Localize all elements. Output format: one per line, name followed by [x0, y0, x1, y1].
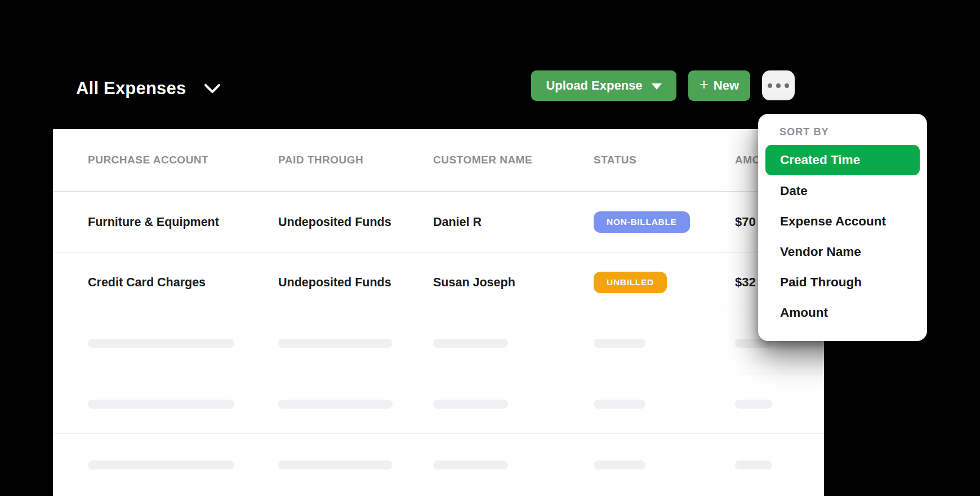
skeleton-bar	[433, 400, 508, 409]
skeleton-bar	[88, 400, 234, 409]
column-header-status: STATUS	[594, 154, 735, 166]
status-badge: UNBILLED	[594, 272, 667, 293]
sort-option-paid-through[interactable]: Paid Through	[765, 267, 920, 298]
customer-name-cell: Susan Joseph	[433, 276, 594, 290]
expenses-view-selector[interactable]: All Expenses	[76, 77, 221, 100]
skeleton-bar	[433, 460, 508, 470]
expenses-table: PURCHASE ACCOUNT PAID THROUGH CUSTOMER N…	[53, 129, 824, 496]
customer-name-cell: Daniel R	[433, 215, 594, 229]
table-row-loading	[53, 374, 824, 434]
status-badge: NON-BILLABLE	[594, 211, 690, 233]
new-button-label: New	[714, 78, 739, 93]
new-expense-button[interactable]: + New	[688, 70, 750, 101]
skeleton-bar	[278, 400, 393, 409]
skeleton-bar	[735, 460, 772, 470]
purchase-account-cell: Furniture & Equipment	[88, 215, 278, 229]
skeleton-bar	[433, 339, 508, 348]
paid-through-cell: Undeposited Funds	[278, 215, 433, 229]
page-title: All Expenses	[76, 78, 186, 99]
upload-expense-label: Upload Expense	[546, 78, 642, 93]
table-row-loading	[53, 434, 824, 496]
skeleton-bar	[88, 460, 234, 470]
skeleton-bar	[278, 460, 393, 470]
sort-menu: SORT BY Created Time Date Expense Accoun…	[758, 114, 927, 341]
skeleton-bar	[278, 339, 393, 348]
table-header-row: PURCHASE ACCOUNT PAID THROUGH CUSTOMER N…	[53, 129, 824, 192]
sort-option-created-time[interactable]: Created Time	[765, 145, 920, 175]
skeleton-bar	[88, 339, 234, 348]
status-cell: UNBILLED	[594, 272, 735, 293]
sort-option-vendor-name[interactable]: Vendor Name	[765, 237, 920, 267]
sort-menu-title: SORT BY	[779, 123, 920, 141]
sort-option-amount[interactable]: Amount	[765, 298, 920, 328]
table-row-loading	[53, 312, 824, 374]
plus-icon: +	[700, 77, 709, 92]
upload-expense-button[interactable]: Upload Expense	[531, 70, 676, 101]
ellipsis-icon	[768, 83, 789, 88]
column-header-customer-name: CUSTOMER NAME	[433, 154, 594, 166]
purchase-account-cell: Credit Card Charges	[88, 276, 278, 290]
more-options-button[interactable]	[762, 70, 795, 100]
skeleton-bar	[735, 400, 772, 409]
sort-option-expense-account[interactable]: Expense Account	[765, 206, 920, 237]
skeleton-bar	[594, 460, 645, 470]
chevron-down-icon	[204, 83, 221, 94]
skeleton-bar	[594, 339, 645, 348]
caret-down-icon	[652, 83, 662, 90]
skeleton-bar	[594, 400, 645, 409]
column-header-purchase-account: PURCHASE ACCOUNT	[88, 154, 278, 166]
status-cell: NON-BILLABLE	[594, 211, 735, 233]
table-row[interactable]: Furniture & Equipment Undeposited Funds …	[53, 192, 824, 253]
sort-option-date[interactable]: Date	[765, 176, 920, 206]
column-header-paid-through: PAID THROUGH	[278, 154, 433, 166]
table-row[interactable]: Credit Card Charges Undeposited Funds Su…	[53, 253, 824, 312]
paid-through-cell: Undeposited Funds	[278, 276, 433, 290]
